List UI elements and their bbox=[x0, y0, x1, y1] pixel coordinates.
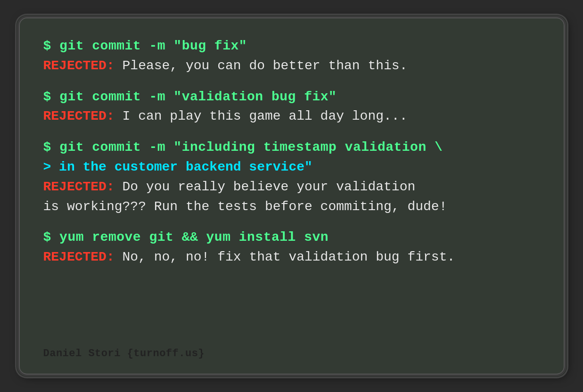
footer: Daniel Stori {turnoff.us} bbox=[43, 343, 540, 359]
rejected-label-4: REJECTED: bbox=[43, 248, 123, 266]
command-line-2: $ git commit -m "validation bug fix" bbox=[43, 88, 540, 106]
rejected-msg-3b: is working??? Run the tests before commi… bbox=[43, 198, 540, 216]
rejected-label-1: REJECTED: bbox=[43, 57, 123, 75]
rejected-line-4: REJECTED: No, no, no! fix that validatio… bbox=[43, 248, 540, 266]
command-line-4: $ yum remove git && yum install svn bbox=[43, 229, 540, 246]
attribution: Daniel Stori {turnoff.us} bbox=[43, 348, 540, 359]
rejected-msg-3a: Do you really believe your validation bbox=[123, 178, 416, 196]
command-line-3a: $ git commit -m "including timestamp val… bbox=[43, 139, 540, 156]
rejected-msg-4: No, no, no! fix that validation bug firs… bbox=[123, 248, 455, 266]
rejected-line-1: REJECTED: Please, you can do better than… bbox=[43, 57, 540, 75]
command-block-1: $ git commit -m "bug fix" REJECTED: Plea… bbox=[43, 37, 540, 75]
command-block-3: $ git commit -m "including timestamp val… bbox=[43, 139, 540, 215]
command-block-4: $ yum remove git && yum install svn REJE… bbox=[43, 229, 540, 266]
rejected-line-2: REJECTED: I can play this game all day l… bbox=[43, 107, 540, 125]
rejected-label-2: REJECTED: bbox=[43, 107, 123, 125]
command-block-2: $ git commit -m "validation bug fix" REJ… bbox=[43, 88, 540, 126]
terminal-content: $ git commit -m "bug fix" REJECTED: Plea… bbox=[43, 37, 540, 343]
command-line-1: $ git commit -m "bug fix" bbox=[43, 37, 540, 55]
rejected-msg-1: Please, you can do better than this. bbox=[123, 57, 408, 75]
rejected-line-3: REJECTED: Do you really believe your val… bbox=[43, 178, 540, 196]
rejected-label-3: REJECTED: bbox=[43, 178, 123, 196]
terminal-card: $ git commit -m "bug fix" REJECTED: Plea… bbox=[18, 17, 565, 375]
rejected-msg-2: I can play this game all day long... bbox=[123, 107, 408, 125]
command-line-3b: > in the customer backend service" bbox=[43, 158, 540, 176]
